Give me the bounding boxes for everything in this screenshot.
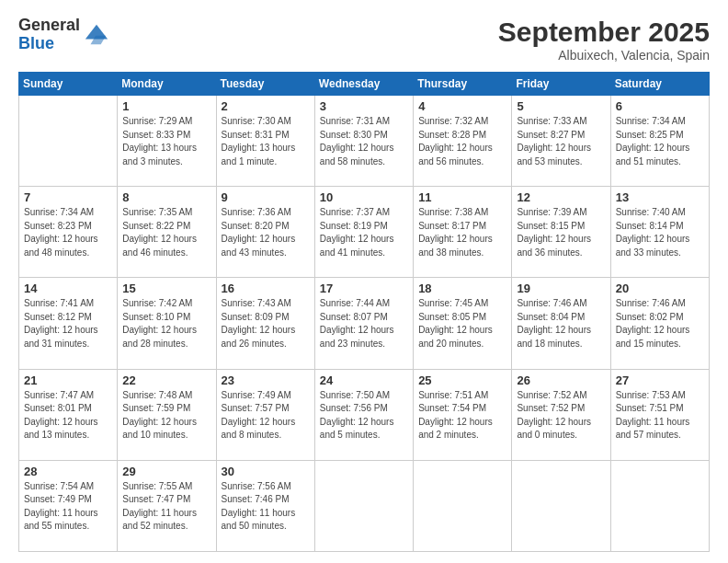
day-info: Sunrise: 7:42 AMSunset: 8:10 PMDaylight:… — [122, 297, 210, 350]
weekday-header-monday: Monday — [118, 73, 216, 96]
calendar-cell: 12Sunrise: 7:39 AMSunset: 8:15 PMDayligh… — [512, 187, 610, 278]
day-number: 22 — [122, 373, 210, 387]
calendar-cell: 29Sunrise: 7:55 AMSunset: 7:47 PMDayligh… — [118, 460, 216, 551]
day-info: Sunrise: 7:55 AMSunset: 7:47 PMDaylight:… — [122, 480, 210, 534]
day-info: Sunrise: 7:30 AMSunset: 8:31 PMDaylight:… — [222, 115, 310, 168]
day-info: Sunrise: 7:56 AMSunset: 7:46 PMDaylight:… — [222, 480, 310, 534]
day-number: 27 — [616, 373, 704, 387]
day-info: Sunrise: 7:43 AMSunset: 8:09 PMDaylight:… — [222, 297, 310, 350]
calendar-cell — [414, 460, 512, 551]
calendar-week-row: 14Sunrise: 7:41 AMSunset: 8:12 PMDayligh… — [19, 278, 710, 369]
calendar-cell: 4Sunrise: 7:32 AMSunset: 8:28 PMDaylight… — [414, 96, 512, 187]
day-number: 1 — [122, 99, 210, 113]
day-number: 3 — [320, 99, 408, 113]
day-info: Sunrise: 7:32 AMSunset: 8:28 PMDaylight:… — [418, 115, 506, 168]
day-number: 25 — [418, 373, 506, 387]
calendar-cell: 22Sunrise: 7:48 AMSunset: 7:59 PMDayligh… — [118, 369, 216, 460]
calendar-cell: 24Sunrise: 7:50 AMSunset: 7:56 PMDayligh… — [314, 369, 413, 460]
day-info: Sunrise: 7:41 AMSunset: 8:12 PMDaylight:… — [24, 297, 112, 350]
logo: General Blue — [18, 17, 109, 53]
calendar-week-row: 21Sunrise: 7:47 AMSunset: 8:01 PMDayligh… — [19, 369, 710, 460]
day-info: Sunrise: 7:50 AMSunset: 7:56 PMDaylight:… — [320, 389, 408, 442]
calendar-cell: 7Sunrise: 7:34 AMSunset: 8:23 PMDaylight… — [19, 187, 118, 278]
title-block: September 2025 Albuixech, Valencia, Spai… — [498, 17, 710, 63]
day-number: 9 — [222, 190, 310, 204]
day-number: 18 — [418, 282, 506, 295]
calendar-cell: 9Sunrise: 7:36 AMSunset: 8:20 PMDaylight… — [216, 187, 314, 278]
day-number: 7 — [24, 190, 112, 204]
calendar-cell: 20Sunrise: 7:46 AMSunset: 8:02 PMDayligh… — [610, 278, 709, 369]
day-number: 10 — [320, 190, 408, 204]
calendar-cell: 27Sunrise: 7:53 AMSunset: 7:51 PMDayligh… — [610, 369, 709, 460]
day-info: Sunrise: 7:53 AMSunset: 7:51 PMDaylight:… — [616, 389, 704, 442]
calendar-cell: 6Sunrise: 7:34 AMSunset: 8:25 PMDaylight… — [610, 96, 709, 187]
day-number: 29 — [122, 465, 210, 478]
logo-icon — [84, 20, 109, 46]
day-number: 6 — [616, 99, 704, 113]
day-number: 19 — [517, 282, 605, 295]
weekday-header-wednesday: Wednesday — [314, 73, 413, 96]
location: Albuixech, Valencia, Spain — [498, 48, 710, 63]
day-number: 24 — [320, 373, 408, 387]
day-number: 30 — [222, 465, 310, 478]
calendar-cell: 19Sunrise: 7:46 AMSunset: 8:04 PMDayligh… — [512, 278, 610, 369]
calendar-cell: 11Sunrise: 7:38 AMSunset: 8:17 PMDayligh… — [414, 187, 512, 278]
day-info: Sunrise: 7:46 AMSunset: 8:02 PMDaylight:… — [616, 297, 704, 350]
calendar-cell: 5Sunrise: 7:33 AMSunset: 8:27 PMDaylight… — [512, 96, 610, 187]
calendar-cell: 26Sunrise: 7:52 AMSunset: 7:52 PMDayligh… — [512, 369, 610, 460]
day-number: 12 — [517, 190, 605, 204]
day-number: 14 — [24, 282, 112, 295]
calendar-cell: 16Sunrise: 7:43 AMSunset: 8:09 PMDayligh… — [216, 278, 314, 369]
day-number: 28 — [24, 465, 112, 478]
day-info: Sunrise: 7:29 AMSunset: 8:33 PMDaylight:… — [122, 115, 210, 168]
day-info: Sunrise: 7:52 AMSunset: 7:52 PMDaylight:… — [517, 389, 605, 442]
day-info: Sunrise: 7:36 AMSunset: 8:20 PMDaylight:… — [222, 206, 310, 259]
header: General Blue September 2025 Albuixech, V… — [18, 17, 710, 63]
calendar-week-row: 1Sunrise: 7:29 AMSunset: 8:33 PMDaylight… — [19, 96, 710, 187]
day-info: Sunrise: 7:37 AMSunset: 8:19 PMDaylight:… — [320, 206, 408, 259]
calendar-cell: 25Sunrise: 7:51 AMSunset: 7:54 PMDayligh… — [414, 369, 512, 460]
day-number: 11 — [418, 190, 506, 204]
calendar-week-row: 7Sunrise: 7:34 AMSunset: 8:23 PMDaylight… — [19, 187, 710, 278]
calendar-cell: 17Sunrise: 7:44 AMSunset: 8:07 PMDayligh… — [314, 278, 413, 369]
weekday-header-sunday: Sunday — [19, 73, 118, 96]
calendar-cell — [19, 96, 118, 187]
day-info: Sunrise: 7:44 AMSunset: 8:07 PMDaylight:… — [320, 297, 408, 350]
day-info: Sunrise: 7:35 AMSunset: 8:22 PMDaylight:… — [122, 206, 210, 259]
day-info: Sunrise: 7:38 AMSunset: 8:17 PMDaylight:… — [418, 206, 506, 259]
calendar-cell: 28Sunrise: 7:54 AMSunset: 7:49 PMDayligh… — [19, 460, 118, 551]
calendar-cell: 10Sunrise: 7:37 AMSunset: 8:19 PMDayligh… — [314, 187, 413, 278]
weekday-header-friday: Friday — [512, 73, 610, 96]
day-info: Sunrise: 7:45 AMSunset: 8:05 PMDaylight:… — [418, 297, 506, 350]
day-info: Sunrise: 7:51 AMSunset: 7:54 PMDaylight:… — [418, 389, 506, 442]
page: General Blue September 2025 Albuixech, V… — [0, 0, 728, 563]
calendar-cell: 14Sunrise: 7:41 AMSunset: 8:12 PMDayligh… — [19, 278, 118, 369]
calendar-cell: 30Sunrise: 7:56 AMSunset: 7:46 PMDayligh… — [216, 460, 314, 551]
calendar-cell: 23Sunrise: 7:49 AMSunset: 7:57 PMDayligh… — [216, 369, 314, 460]
day-info: Sunrise: 7:34 AMSunset: 8:23 PMDaylight:… — [24, 206, 112, 259]
day-info: Sunrise: 7:39 AMSunset: 8:15 PMDaylight:… — [517, 206, 605, 259]
day-number: 21 — [24, 373, 112, 387]
month-title: September 2025 — [498, 17, 710, 48]
calendar-cell: 21Sunrise: 7:47 AMSunset: 8:01 PMDayligh… — [19, 369, 118, 460]
day-info: Sunrise: 7:47 AMSunset: 8:01 PMDaylight:… — [24, 389, 112, 442]
weekday-header-tuesday: Tuesday — [216, 73, 314, 96]
day-number: 5 — [517, 99, 605, 113]
day-number: 23 — [222, 373, 310, 387]
calendar-cell — [512, 460, 610, 551]
day-info: Sunrise: 7:49 AMSunset: 7:57 PMDaylight:… — [222, 389, 310, 442]
calendar-cell — [610, 460, 709, 551]
calendar-cell: 15Sunrise: 7:42 AMSunset: 8:10 PMDayligh… — [118, 278, 216, 369]
day-number: 16 — [222, 282, 310, 295]
calendar-cell: 18Sunrise: 7:45 AMSunset: 8:05 PMDayligh… — [414, 278, 512, 369]
calendar-week-row: 28Sunrise: 7:54 AMSunset: 7:49 PMDayligh… — [19, 460, 710, 551]
day-number: 20 — [616, 282, 704, 295]
day-number: 8 — [122, 190, 210, 204]
day-number: 13 — [616, 190, 704, 204]
weekday-header-row: SundayMondayTuesdayWednesdayThursdayFrid… — [19, 73, 710, 96]
day-info: Sunrise: 7:40 AMSunset: 8:14 PMDaylight:… — [616, 206, 704, 259]
calendar-cell — [314, 460, 413, 551]
calendar-cell: 8Sunrise: 7:35 AMSunset: 8:22 PMDaylight… — [118, 187, 216, 278]
day-info: Sunrise: 7:34 AMSunset: 8:25 PMDaylight:… — [616, 115, 704, 168]
calendar-cell: 2Sunrise: 7:30 AMSunset: 8:31 PMDaylight… — [216, 96, 314, 187]
